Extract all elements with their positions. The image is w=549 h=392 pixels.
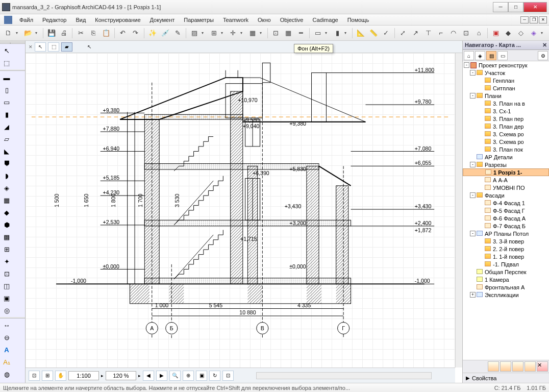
- menu-edit[interactable]: Редактор: [38, 15, 70, 24]
- redo-icon[interactable]: ↷: [130, 28, 141, 39]
- guide-3-icon[interactable]: ✛: [228, 28, 239, 39]
- nav-layout-icon[interactable]: ▤: [486, 51, 496, 60]
- menu-objective[interactable]: Objective: [276, 15, 308, 24]
- nav-new2-icon[interactable]: [500, 361, 511, 372]
- tree-item[interactable]: Ф-7 Фасад Б: [463, 222, 549, 230]
- tree-item[interactable]: УМОВНІ ПО: [463, 184, 549, 191]
- measure-icon[interactable]: 📐: [355, 28, 366, 39]
- tree-item[interactable]: Ф-4 Фасад 1: [463, 199, 549, 207]
- guide-4-icon[interactable]: ▦: [247, 28, 258, 39]
- zoomout-icon[interactable]: 🔍: [169, 371, 181, 381]
- navigator-tree[interactable]: -Проект реконструк-УчастокГенпланСитплан…: [463, 61, 549, 360]
- ruler2-icon[interactable]: 📏: [368, 28, 379, 39]
- cut-icon[interactable]: ✂: [75, 28, 86, 39]
- tree-item[interactable]: Фронтальная А: [463, 283, 549, 291]
- zoom-prev-icon[interactable]: ◀: [143, 371, 154, 381]
- rotate-icon[interactable]: ↻: [209, 371, 220, 381]
- nav-new3-icon[interactable]: [512, 361, 523, 372]
- tree-item[interactable]: 2. 2-й повер: [463, 245, 549, 253]
- properties-bar[interactable]: ▶ Свойства: [463, 373, 549, 383]
- tree-item[interactable]: 3. План пок: [463, 145, 549, 153]
- palette-4-icon[interactable]: ◈: [528, 28, 539, 39]
- ruler-icon[interactable]: ━: [295, 28, 307, 39]
- open-icon[interactable]: 📂: [22, 28, 34, 39]
- tree-item[interactable]: 1 Розріз 1-: [463, 168, 549, 176]
- grid-icon[interactable]: ▦: [283, 28, 294, 39]
- ct-pointer[interactable]: ↖: [84, 42, 95, 52]
- zoom-input[interactable]: [106, 371, 136, 380]
- nav-view-icon[interactable]: ◈: [475, 51, 485, 60]
- ct-arrow[interactable]: ↖: [35, 42, 46, 52]
- grid-tool[interactable]: ⊡: [1, 268, 12, 279]
- trace-icon[interactable]: ▮: [332, 28, 343, 39]
- archicad-icon[interactable]: [4, 16, 12, 24]
- tree-item[interactable]: 3. 3-й повер: [463, 237, 549, 245]
- menu-teamwork[interactable]: Teamwork: [219, 15, 253, 24]
- tree-item[interactable]: 3. План дер: [463, 122, 549, 130]
- maximize-button[interactable]: □: [508, 2, 523, 12]
- level-tool[interactable]: ⊖: [1, 332, 12, 343]
- menu-help[interactable]: Помощь: [343, 15, 373, 24]
- menu-document[interactable]: Документ: [146, 15, 179, 24]
- paste-icon[interactable]: 📋: [101, 28, 112, 39]
- menu-cadimage[interactable]: Cadimage: [308, 15, 342, 24]
- tree-item[interactable]: 3. План на в: [463, 100, 549, 107]
- tree-item[interactable]: 1 Камера: [463, 276, 549, 283]
- tree-item[interactable]: -Плани: [463, 92, 549, 100]
- menu-design[interactable]: Конструирование: [91, 15, 144, 24]
- nav-settings-icon[interactable]: ⚙: [538, 51, 548, 60]
- tree-item[interactable]: -1. Підвал: [463, 260, 549, 268]
- section-tool[interactable]: ◫: [1, 280, 12, 291]
- horizontal-scrollbar[interactable]: [256, 372, 432, 379]
- column-tool[interactable]: ▮: [1, 109, 12, 120]
- label-tool[interactable]: A₁: [1, 356, 12, 368]
- tree-item[interactable]: 3. План пер: [463, 115, 549, 122]
- mesh-tool[interactable]: ⊞: [1, 243, 12, 255]
- mdi-minimize-button[interactable]: ─: [520, 16, 529, 23]
- close-button[interactable]: ✕: [523, 2, 547, 12]
- skylight-tool[interactable]: ◈: [1, 182, 12, 193]
- guide-2-icon[interactable]: ⊞: [208, 28, 219, 39]
- guide-1-icon[interactable]: ▨: [189, 28, 200, 39]
- arrow-tool[interactable]: ↖: [1, 45, 12, 56]
- tree-item[interactable]: +Экспликации: [463, 291, 549, 299]
- stair-tool[interactable]: ◣: [1, 145, 12, 157]
- copy-icon[interactable]: ⎘: [88, 28, 99, 39]
- door-tool[interactable]: ▯: [1, 84, 12, 95]
- new-dropdown[interactable]: ▾: [16, 31, 21, 35]
- tree-item[interactable]: Общая Перспек: [463, 268, 549, 276]
- slab-tool[interactable]: ▱: [1, 133, 12, 144]
- menu-view[interactable]: Вид: [71, 15, 90, 24]
- edit-1-icon[interactable]: ⤢: [397, 28, 409, 39]
- dimension-tool[interactable]: ↔: [1, 320, 12, 331]
- tree-item[interactable]: Генплан: [463, 77, 549, 84]
- tree-item[interactable]: Ф-6 Фасад А: [463, 214, 549, 222]
- dropper-icon[interactable]: 💉: [160, 28, 171, 39]
- edit-7-icon[interactable]: ⌂: [473, 28, 485, 39]
- text-tool[interactable]: A: [1, 344, 12, 355]
- lamp-tool[interactable]: ✦: [1, 256, 12, 267]
- tree-item[interactable]: А А-А: [463, 176, 549, 184]
- menu-window[interactable]: Окно: [254, 15, 275, 24]
- tree-item[interactable]: Ситплан: [463, 84, 549, 92]
- window-tool[interactable]: ▭: [1, 96, 12, 108]
- edit-3-icon[interactable]: ⊤: [422, 28, 434, 39]
- curtainwall-tool[interactable]: ▦: [1, 194, 12, 206]
- fill-tool[interactable]: ◍: [1, 369, 12, 380]
- tree-item[interactable]: -Проект реконструк: [463, 61, 549, 69]
- morph-tool[interactable]: ◆: [1, 207, 12, 218]
- pan-icon[interactable]: ✋: [55, 371, 66, 381]
- nav-new1-icon[interactable]: [488, 361, 499, 372]
- mdi-restore-button[interactable]: ❐: [530, 16, 538, 23]
- menu-options[interactable]: Параметры: [180, 15, 218, 24]
- beam-tool[interactable]: ◢: [1, 121, 12, 132]
- save-icon[interactable]: 💾: [46, 28, 57, 39]
- tree-item[interactable]: -Разрезы: [463, 161, 549, 168]
- zoom-next-icon[interactable]: ▶: [156, 371, 167, 381]
- shell-tool[interactable]: ◗: [1, 170, 12, 181]
- ct-fill[interactable]: ▰: [61, 42, 72, 52]
- snap-icon[interactable]: ⊡: [270, 28, 282, 39]
- box-zoom-icon[interactable]: ⊡: [29, 371, 40, 381]
- minimize-button[interactable]: ─: [493, 2, 508, 12]
- palette-2-icon[interactable]: ◆: [503, 28, 514, 39]
